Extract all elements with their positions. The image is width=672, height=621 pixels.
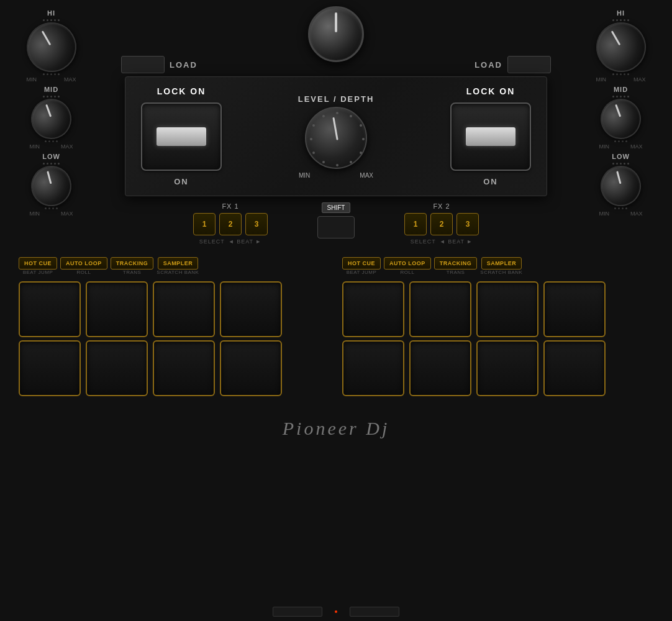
pad-sampler-btn-left[interactable]: SAMPLER	[158, 257, 199, 270]
fx2-btn1[interactable]: 1	[404, 213, 427, 235]
svg-point-4	[312, 152, 315, 154]
fx1-btn3[interactable]: 3	[245, 213, 268, 235]
svg-point-3	[310, 138, 312, 140]
fx-panel-center: LOAD LOAD LOCK ON ON	[102, 6, 570, 245]
shift-area: SHIFT	[317, 202, 355, 245]
load-btn-rect-right[interactable]	[507, 56, 551, 73]
model-name: Dj	[366, 418, 389, 438]
svg-point-10	[360, 124, 362, 127]
fx1-btn2[interactable]: 2	[219, 213, 242, 235]
pad-left-8[interactable]	[220, 340, 282, 396]
fx-section-left: LOCK ON ON	[141, 86, 222, 186]
pad-left-7[interactable]	[153, 340, 215, 396]
pad-group-right: HOT CUE BEAT JUMP AUTO LOOP ROLL TRACKIN…	[342, 257, 653, 396]
pioneer-logo-area: Pioneer Dj	[0, 409, 672, 448]
eq-low-knob-right[interactable]	[596, 161, 646, 211]
pad-right-4[interactable]	[543, 281, 606, 337]
eq-hi-label-left: HI	[47, 9, 55, 17]
pad-left-5[interactable]	[19, 340, 81, 396]
svg-point-9	[362, 138, 365, 140]
pad-right-8[interactable]	[543, 340, 606, 396]
eq-mid-group-left: MID MIN MAX	[0, 86, 102, 150]
pad-right-3[interactable]	[476, 281, 538, 337]
svg-point-0	[336, 112, 338, 114]
pad-right-5[interactable]	[342, 340, 404, 396]
eq-hi-group-right: HI MIN MAX	[570, 9, 672, 83]
pad-right-7[interactable]	[476, 340, 538, 396]
bottom-btn-right[interactable]	[350, 607, 399, 617]
bottom-strip	[0, 602, 672, 621]
pad-hotcue-btn-right[interactable]: HOT CUE	[342, 257, 381, 270]
fx-button-large-right[interactable]	[450, 102, 531, 171]
level-min-label: MIN	[299, 172, 310, 179]
eq-hi-knob-right[interactable]	[587, 13, 655, 81]
pad-autoloop-sub-left: ROLL	[76, 270, 91, 275]
pad-row-left-bottom	[19, 340, 330, 396]
pad-left-1[interactable]	[19, 281, 81, 337]
fx1-btn1[interactable]: 1	[193, 213, 216, 235]
pad-left-3[interactable]	[153, 281, 215, 337]
eq-hi-min-right: MIN	[596, 76, 607, 83]
fx2-select-label: SELECT	[411, 238, 436, 245]
pad-hotcue-btn-left[interactable]: HOT CUE	[19, 257, 57, 270]
eq-hi-max-left: MAX	[64, 76, 76, 83]
fx2-btn3[interactable]: 3	[456, 213, 479, 235]
dj-controller: HI MIN MAX MID	[0, 0, 672, 621]
eq-hi-group-left: HI MIN MAX	[0, 9, 102, 83]
eq-column-left: HI MIN MAX MID	[0, 6, 102, 220]
pioneer-logo-text: Pioneer Dj	[283, 418, 389, 438]
shift-button[interactable]	[317, 216, 355, 238]
eq-low-max-right: MAX	[630, 211, 643, 217]
eq-hi-knob-left[interactable]	[17, 13, 85, 81]
level-depth-knob[interactable]	[305, 107, 367, 169]
fx2-btn2[interactable]: 2	[430, 213, 453, 235]
pad-section: HOT CUE BEAT JUMP AUTO LOOP ROLL TRACKIN…	[0, 245, 672, 409]
load-btn-group-right: LOAD	[474, 56, 551, 73]
svg-point-2	[312, 124, 315, 127]
pad-tracking-btn-left[interactable]: TRACKING	[111, 257, 154, 270]
pad-left-2[interactable]	[86, 281, 148, 337]
level-depth-label: LEVEL / DEPTH	[298, 94, 375, 104]
shift-label: SHIFT	[322, 202, 351, 213]
eq-column-right: HI MIN MAX MID	[570, 6, 672, 220]
fx1-group: FX 1 1 2 3 SELECT ◄ BEAT ►	[193, 202, 268, 245]
pad-sampler-sub-left: SCRATCH BANK	[157, 270, 199, 275]
pad-autoloop-btn-left[interactable]: AUTO LOOP	[60, 257, 107, 270]
eq-mid-label-left: MID	[44, 86, 58, 93]
pad-mode-autoloop-right: AUTO LOOP ROLL	[384, 257, 431, 275]
fx-button-large-left[interactable]	[141, 102, 222, 171]
pad-left-6[interactable]	[86, 340, 148, 396]
pad-mode-tracking-left: TRACKING TRANS	[111, 257, 154, 275]
brand-name: Pioneer	[283, 418, 359, 438]
fx1-btn-row: 1 2 3	[193, 213, 268, 235]
fx-controls-section: FX 1 1 2 3 SELECT ◄ BEAT ► SHIFT	[109, 202, 563, 245]
pad-group-left: HOT CUE BEAT JUMP AUTO LOOP ROLL TRACKIN…	[19, 257, 330, 396]
load-btn-rect-left[interactable]	[121, 56, 165, 73]
pad-tracking-sub-right: TRANS	[447, 270, 465, 275]
pad-autoloop-btn-right[interactable]: AUTO LOOP	[384, 257, 431, 270]
pad-left-4[interactable]	[220, 281, 282, 337]
pad-right-6[interactable]	[409, 340, 471, 396]
pad-mode-hotcue-right: HOT CUE BEAT JUMP	[342, 257, 381, 275]
pad-tracking-btn-right[interactable]: TRACKING	[434, 257, 478, 270]
master-knob-area	[308, 6, 364, 62]
top-section: HI MIN MAX MID	[0, 0, 672, 245]
load-btn-group-left: LOAD	[121, 56, 198, 73]
pad-mode-row-right: HOT CUE BEAT JUMP AUTO LOOP ROLL TRACKIN…	[342, 257, 653, 275]
eq-mid-group-right: MID MIN MAX	[570, 86, 672, 150]
pad-sampler-btn-right[interactable]: SAMPLER	[481, 257, 522, 270]
eq-mid-knob-left[interactable]	[25, 93, 77, 145]
master-knob[interactable]	[308, 6, 364, 62]
eq-low-knob-left[interactable]	[27, 161, 76, 211]
lock-on-label-left: LOCK ON	[157, 86, 206, 96]
eq-low-min-left: MIN	[30, 211, 40, 217]
bottom-btn-left[interactable]	[273, 607, 322, 617]
fx-section-right: LOCK ON ON	[450, 86, 531, 186]
eq-mid-knob-right[interactable]	[595, 93, 647, 145]
pad-right-1[interactable]	[342, 281, 404, 337]
svg-point-8	[360, 152, 362, 154]
eq-mid-max-right: MAX	[630, 143, 643, 150]
eq-mid-max-left: MAX	[61, 143, 73, 150]
fx1-label: FX 1	[222, 202, 238, 210]
pad-right-2[interactable]	[409, 281, 471, 337]
